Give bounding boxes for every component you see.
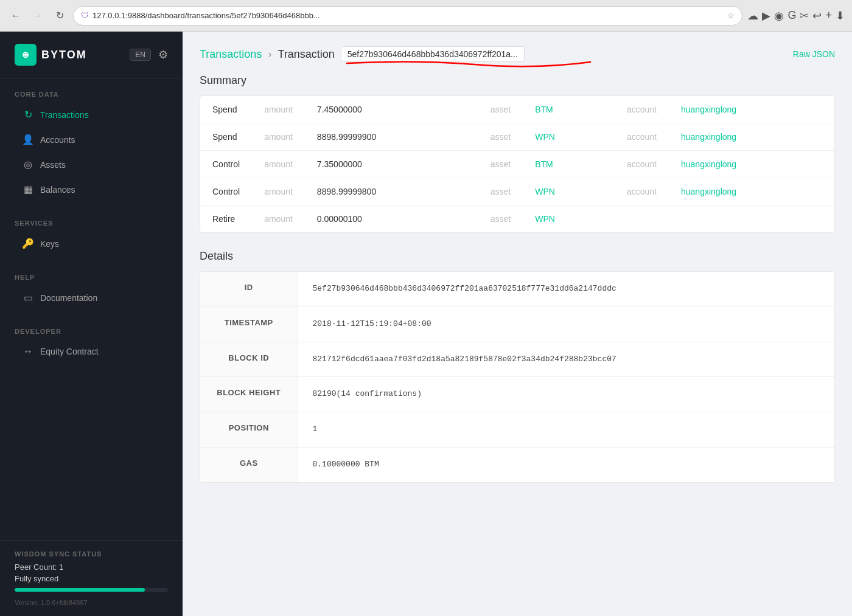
sidebar-footer: WISDOM SYNC STATUS Peer Count: 1 Fully s…: [0, 540, 183, 616]
app: ⊛ BYTOM EN ⚙ CORE DATA ↻ Transactions 👤 …: [0, 32, 852, 616]
grammarly-icon[interactable]: G: [787, 9, 796, 22]
breadcrumb: Transactions › Transaction 5ef27b930646d…: [200, 46, 525, 62]
sidebar-item-balances[interactable]: ▦ Balances: [15, 178, 168, 201]
breadcrumb-link-transactions[interactable]: Transactions: [200, 48, 262, 61]
section-title-core-data: CORE DATA: [15, 91, 168, 98]
sidebar-item-documentation[interactable]: ▭ Documentation: [15, 286, 168, 310]
section-title-developer: DEVELOPER: [15, 328, 168, 335]
settings-icon[interactable]: ⚙: [158, 48, 168, 61]
asset-label-2: asset: [478, 151, 523, 178]
details-row: GAS 0.10000000 BTM: [200, 447, 834, 482]
logo-area: ⊛ BYTOM: [15, 44, 122, 66]
browser-icons: ☁ ▶ ◉ G ✂ ↩ + ⬇: [747, 9, 845, 22]
sync-progress-bar: [15, 588, 168, 592]
summary-row: Spend amount 8898.99999900 asset WPN acc…: [200, 123, 834, 151]
sidebar-item-label-equity: Equity Contract: [40, 347, 99, 356]
plus-icon[interactable]: +: [825, 9, 832, 22]
raw-json-link[interactable]: Raw JSON: [793, 49, 835, 59]
detail-label-4: POSITION: [200, 412, 298, 448]
details-table: ID 5ef27b930646d468bbb436d3406972ff201aa…: [200, 272, 834, 482]
details-card: ID 5ef27b930646d468bbb436d3406972ff201aa…: [200, 271, 835, 483]
account-label-0: account: [615, 96, 669, 123]
amount-value-1: 8898.99999900: [305, 123, 478, 151]
amount-value-0: 7.45000000: [305, 96, 478, 123]
sync-progress-fill: [15, 588, 145, 592]
summary-table: Spend amount 7.45000000 asset BTM accoun…: [200, 96, 834, 232]
peer-count: Peer Count: 1: [15, 562, 168, 572]
sidebar-item-accounts[interactable]: 👤 Accounts: [15, 128, 168, 151]
sidebar-item-keys[interactable]: 🔑 Keys: [15, 232, 168, 255]
address-bar[interactable]: 🛡 127.0.0.1:9888/dashboard/transactions/…: [73, 6, 742, 26]
sync-title: WISDOM SYNC STATUS: [15, 550, 168, 558]
sidebar-item-equity-contract[interactable]: ↔ Equity Contract: [15, 340, 168, 363]
amount-label-0: amount: [252, 96, 305, 123]
breadcrumb-separator: ›: [268, 48, 271, 61]
balances-icon: ▦: [22, 184, 34, 195]
row-type-1: Spend: [200, 123, 252, 151]
page-header: Transactions › Transaction 5ef27b930646d…: [200, 46, 835, 62]
account-label-4: [615, 206, 669, 233]
detail-value-2: 821712f6dcd61aaea7f03fd2d18a5a82189f5878…: [298, 342, 834, 377]
amount-label-2: amount: [252, 151, 305, 178]
row-type-3: Control: [200, 178, 252, 206]
summary-row: Control amount 8898.99999800 asset WPN a…: [200, 178, 834, 206]
reload-button[interactable]: ↻: [51, 7, 68, 24]
asset-label-3: asset: [478, 178, 523, 206]
detail-label-1: TIMESTAMP: [200, 306, 298, 342]
section-help: HELP ▭ Documentation: [0, 261, 183, 316]
details-section: Details ID 5ef27b930646d468bbb436d340697…: [200, 250, 835, 483]
details-row: ID 5ef27b930646d468bbb436d3406972ff201aa…: [200, 272, 834, 306]
asset-label-1: asset: [478, 123, 523, 151]
asset-value-4: WPN: [523, 206, 615, 233]
amount-value-2: 7.35000000: [305, 151, 478, 178]
detail-value-0: 5ef27b930646d468bbb436d3406972ff201aa637…: [298, 272, 834, 306]
sidebar-item-label-assets: Assets: [40, 160, 66, 170]
detail-value-4: 1: [298, 412, 834, 448]
back-button[interactable]: ←: [7, 7, 24, 24]
download-icon[interactable]: ⬇: [836, 9, 845, 22]
play-icon[interactable]: ▶: [762, 9, 770, 22]
cut-icon[interactable]: ✂: [800, 9, 809, 22]
sync-status: Fully synced: [15, 574, 168, 583]
asset-value-1: WPN: [523, 123, 615, 151]
detail-label-0: ID: [200, 272, 298, 306]
amount-label-3: amount: [252, 178, 305, 206]
account-value-3: huangxinglong: [669, 178, 834, 206]
asset-value-0: BTM: [523, 96, 615, 123]
color-icon[interactable]: ◉: [774, 9, 784, 22]
detail-label-3: BLOCK HEIGHT: [200, 377, 298, 412]
section-core-data: CORE DATA ↻ Transactions 👤 Accounts ◎ As…: [0, 78, 183, 207]
sidebar-item-label-keys: Keys: [40, 239, 59, 249]
section-title-help: HELP: [15, 274, 168, 281]
cloud-icon[interactable]: ☁: [747, 9, 758, 22]
account-value-0: huangxinglong: [669, 96, 834, 123]
account-value-4: [669, 206, 834, 233]
account-label-1: account: [615, 123, 669, 151]
lang-badge[interactable]: EN: [130, 49, 151, 61]
section-title-services: SERVICES: [15, 220, 168, 227]
detail-label-5: GAS: [200, 447, 298, 482]
row-type-2: Control: [200, 151, 252, 178]
summary-row: Retire amount 0.00000100 asset WPN: [200, 206, 834, 233]
amount-value-4: 0.00000100: [305, 206, 478, 233]
keys-icon: 🔑: [22, 238, 34, 249]
undo-icon[interactable]: ↩: [812, 9, 822, 22]
details-row: BLOCK HEIGHT 82190(14 confirmations): [200, 377, 834, 412]
asset-label-4: asset: [478, 206, 523, 233]
account-label-3: account: [615, 178, 669, 206]
version-text: Version: 1.0.6+fdb84867: [15, 599, 168, 606]
sidebar-item-label-accounts: Accounts: [40, 135, 75, 145]
sidebar-item-transactions[interactable]: ↻ Transactions: [15, 103, 168, 126]
url-text: 127.0.0.1:9888/dashboard/transactions/5e…: [93, 11, 724, 20]
section-developer: DEVELOPER ↔ Equity Contract: [0, 316, 183, 369]
breadcrumb-current: Transaction: [278, 48, 334, 61]
shield-icon: 🛡: [81, 11, 89, 20]
account-label-2: account: [615, 151, 669, 178]
documentation-icon: ▭: [22, 292, 34, 303]
equity-icon: ↔: [22, 346, 34, 357]
row-type-4: Retire: [200, 206, 252, 233]
sidebar-item-assets[interactable]: ◎ Assets: [15, 153, 168, 176]
forward-button[interactable]: →: [29, 7, 46, 24]
assets-icon: ◎: [22, 159, 34, 170]
bytom-logo-icon: ⊛: [15, 44, 37, 66]
